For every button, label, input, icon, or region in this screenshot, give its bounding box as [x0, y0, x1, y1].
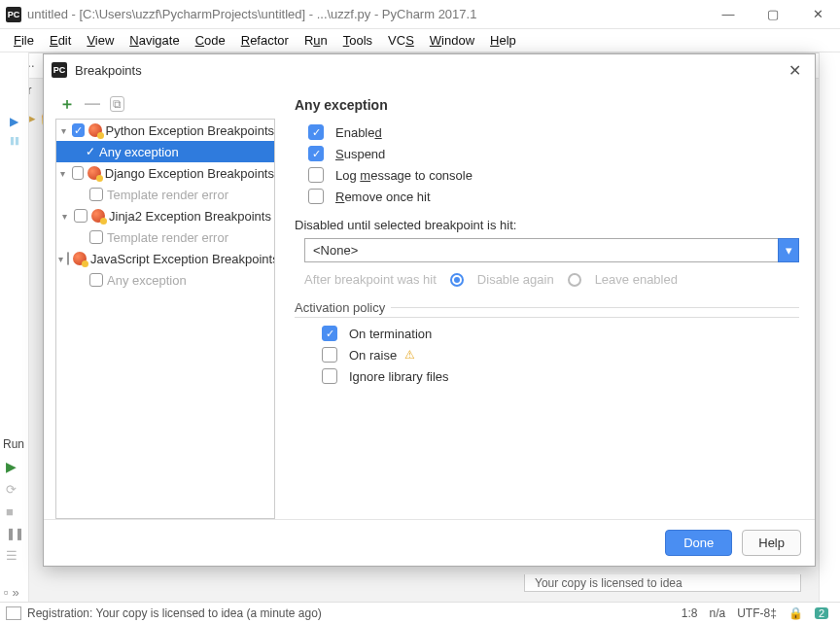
line-sep[interactable]: n/a — [704, 606, 732, 620]
suspend-option[interactable]: ✓ Suspend — [304, 146, 799, 161]
maximize-button[interactable]: ▢ — [751, 0, 795, 29]
help-button[interactable]: Help — [742, 530, 801, 556]
breakpoint-icon — [91, 209, 105, 223]
tree-toolbar: ＋ — ⧉ — [55, 93, 275, 115]
done-button[interactable]: Done — [665, 530, 732, 556]
tree-label: Template render error — [107, 188, 228, 202]
item-checkbox[interactable] — [89, 188, 103, 201]
structure-icon[interactable]: ⦀⦀ — [10, 134, 19, 148]
ignore-lib-label: Ignore library files — [349, 369, 449, 384]
caret-position[interactable]: 1:8 — [676, 606, 704, 620]
run-settings-icon[interactable]: ☰ — [6, 548, 23, 563]
tool-window-icon-2[interactable]: » — [13, 585, 19, 600]
combo-dropdown-button[interactable]: ▾ — [778, 238, 799, 262]
encoding[interactable]: UTF-8‡ — [731, 606, 783, 620]
play-icon[interactable]: ▶ — [10, 115, 18, 128]
menu-edit[interactable]: Edit — [44, 31, 77, 50]
section-divider — [391, 307, 799, 308]
enabled-option[interactable]: ✓ Enabled — [304, 124, 799, 140]
tree-label: Any exception — [107, 273, 187, 288]
log-checkbox[interactable] — [308, 167, 324, 183]
tree-item-js-any-exception[interactable]: Any exception — [56, 269, 274, 291]
tree-label: Django Exception Breakpoints — [105, 166, 274, 181]
menu-refactor[interactable]: Refactor — [235, 31, 295, 50]
group-checkbox[interactable] — [72, 166, 84, 180]
window-title: untitled - [C:\Users\uzzf\PycharmProject… — [27, 7, 706, 21]
run-rerun-icon[interactable]: ⟳ — [6, 482, 23, 497]
group-by-button[interactable]: ⧉ — [110, 96, 124, 112]
group-checkbox[interactable] — [74, 209, 88, 223]
group-checkbox[interactable]: ✓ — [72, 123, 84, 137]
breakpoint-tree[interactable]: ▾ ✓ Python Exception Breakpoints ✓ Any e… — [55, 119, 275, 519]
activation-section-title: Activation policy — [295, 300, 799, 318]
run-play-icon[interactable]: ▶ — [6, 459, 23, 474]
group-checkbox[interactable] — [67, 252, 69, 265]
app-icon: PC — [6, 7, 21, 22]
warning-icon: ⚠ — [404, 348, 415, 362]
menu-help[interactable]: Help — [484, 31, 522, 50]
lock-icon[interactable]: 🔒 — [783, 606, 809, 620]
on-termination-checkbox[interactable]: ✓ — [322, 326, 337, 341]
radio-leave-enabled[interactable] — [568, 273, 581, 287]
notifications-badge[interactable]: 2 — [809, 606, 834, 620]
after-hit-row: After breakpoint was hit Disable again L… — [304, 272, 799, 287]
remove-once-option[interactable]: Remove once hit — [304, 189, 799, 204]
menu-navigate[interactable]: Navigate — [123, 31, 185, 50]
right-gutter — [819, 52, 840, 602]
menu-vcs[interactable]: VCS — [382, 31, 420, 50]
expand-icon[interactable]: ▾ — [58, 211, 70, 222]
suspend-checkbox[interactable]: ✓ — [308, 146, 324, 161]
tree-group-jinja2[interactable]: ▾ Jinja2 Exception Breakpoints — [56, 205, 274, 226]
menu-tools[interactable]: Tools — [337, 31, 378, 50]
dialog-title: Breakpoints — [75, 63, 783, 78]
expand-icon[interactable]: ▾ — [58, 125, 68, 136]
tree-group-django[interactable]: ▾ Django Exception Breakpoints — [56, 162, 274, 184]
run-toolwindow-label[interactable]: Run — [3, 437, 24, 451]
checkmark-icon: ✓ — [86, 145, 95, 158]
status-message: Registration: Your copy is licensed to i… — [27, 606, 322, 620]
run-pause-icon[interactable]: ❚❚ — [6, 527, 23, 540]
dialog-close-button[interactable]: ✕ — [783, 59, 807, 82]
close-button[interactable]: ✕ — [795, 0, 840, 29]
window-titlebar: PC untitled - [C:\Users\uzzf\PycharmProj… — [0, 0, 840, 29]
run-stop-icon[interactable]: ■ — [6, 504, 23, 519]
radio-leave-enabled-label: Leave enabled — [595, 272, 678, 287]
radio-disable-again-label: Disable again — [477, 272, 554, 287]
tree-item-template-render[interactable]: Template render error — [56, 184, 274, 205]
menu-view[interactable]: View — [81, 31, 120, 50]
expand-icon[interactable]: ▾ — [58, 168, 68, 179]
tree-group-javascript[interactable]: ▾ JavaScript Exception Breakpoints — [56, 248, 274, 269]
menu-file[interactable]: File — [8, 31, 40, 50]
add-breakpoint-button[interactable]: ＋ — [59, 94, 75, 115]
remove-once-checkbox[interactable] — [308, 189, 324, 204]
license-notice: Your copy is licensed to idea — [524, 574, 801, 592]
combo-value[interactable]: <None> — [304, 238, 778, 262]
on-termination-option[interactable]: ✓ On termination — [318, 326, 799, 341]
enabled-checkbox[interactable]: ✓ — [308, 124, 324, 140]
item-checkbox[interactable] — [89, 273, 103, 287]
tree-label: Python Exception Breakpoints — [106, 123, 274, 138]
on-raise-option[interactable]: On raise ⚠ — [318, 347, 799, 363]
ignore-lib-option[interactable]: Ignore library files — [318, 368, 799, 384]
menu-code[interactable]: Code — [190, 31, 231, 50]
remove-breakpoint-button[interactable]: — — [85, 95, 100, 113]
menu-window[interactable]: Window — [424, 31, 480, 50]
minimize-button[interactable]: ― — [706, 0, 751, 29]
expand-icon[interactable]: ▾ — [58, 254, 63, 264]
tree-label: JavaScript Exception Breakpoints — [90, 252, 275, 266]
tool-window-icon[interactable]: ▫ — [4, 585, 9, 600]
menu-bar: File Edit View Navigate Code Refactor Ru… — [0, 29, 840, 52]
tree-item-template-render-2[interactable]: Template render error — [56, 226, 274, 248]
on-raise-checkbox[interactable] — [322, 347, 337, 363]
radio-disable-again[interactable] — [450, 273, 464, 287]
breakpoint-icon — [88, 123, 102, 137]
menu-run[interactable]: Run — [298, 31, 333, 50]
tree-group-python[interactable]: ▾ ✓ Python Exception Breakpoints — [56, 120, 274, 141]
item-checkbox[interactable] — [89, 230, 103, 244]
ignore-lib-checkbox[interactable] — [322, 368, 337, 384]
breakpoints-dialog: PC Breakpoints ✕ ＋ — ⧉ ▾ ✓ Python Except… — [43, 53, 816, 567]
tree-item-any-exception[interactable]: ✓ Any exception — [56, 141, 274, 162]
status-icon[interactable] — [6, 606, 21, 620]
log-option[interactable]: Log message to console — [304, 167, 799, 183]
disabled-until-combo[interactable]: <None> ▾ — [304, 238, 799, 262]
